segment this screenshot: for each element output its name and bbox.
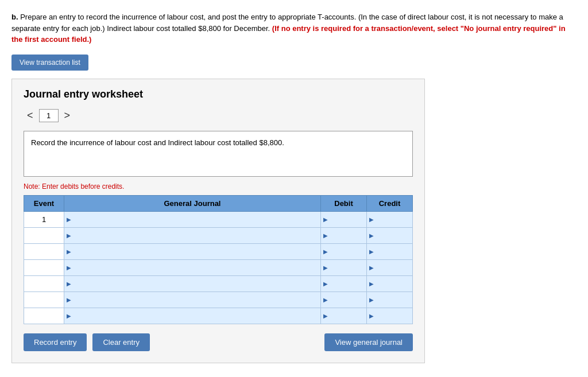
view-general-journal-button[interactable]: View general journal	[324, 333, 413, 351]
gj-cell[interactable]	[64, 259, 321, 275]
debit-cell[interactable]	[321, 243, 367, 259]
debit-cell[interactable]	[321, 275, 367, 292]
description-box: Record the incurrence of labour cost and…	[24, 131, 413, 177]
credit-cell[interactable]	[367, 259, 413, 275]
event-cell	[24, 259, 64, 275]
clear-entry-button[interactable]: Clear entry	[92, 333, 150, 351]
table-row	[24, 308, 413, 324]
record-entry-button[interactable]: Record entry	[24, 333, 87, 351]
credit-cell[interactable]	[367, 275, 413, 292]
debit-cell[interactable]	[321, 292, 367, 308]
note-text: Note: Enter debits before credits.	[24, 182, 413, 191]
instructions-text: b. Prepare an entry to record the incurr…	[11, 11, 574, 45]
gj-cell[interactable]	[64, 227, 321, 243]
header-credit: Credit	[367, 195, 413, 211]
worksheet-title: Journal entry worksheet	[24, 88, 413, 100]
header-general-journal: General Journal	[64, 195, 321, 211]
worksheet-container: Journal entry worksheet < 1 > Record the…	[11, 79, 425, 363]
debit-cell[interactable]	[321, 308, 367, 324]
next-arrow[interactable]: >	[61, 108, 74, 123]
event-cell	[24, 275, 64, 292]
action-buttons-row: Record entry Clear entry View general jo…	[24, 333, 413, 351]
event-cell	[24, 227, 64, 243]
credit-cell[interactable]	[367, 292, 413, 308]
event-cell	[24, 243, 64, 259]
table-row	[24, 292, 413, 308]
table-row	[24, 275, 413, 292]
journal-table: Event General Journal Debit Credit 1	[24, 195, 413, 324]
header-event: Event	[24, 195, 64, 211]
instructions-bold: b.	[11, 13, 18, 21]
gj-cell[interactable]	[64, 275, 321, 292]
credit-cell[interactable]	[367, 243, 413, 259]
view-transaction-list-button[interactable]: View transaction list	[11, 55, 88, 71]
gj-cell[interactable]	[64, 243, 321, 259]
table-row: 1	[24, 211, 413, 227]
event-cell	[24, 292, 64, 308]
header-debit: Debit	[321, 195, 367, 211]
page-number-box: 1	[39, 109, 59, 122]
gj-cell[interactable]	[64, 308, 321, 324]
debit-cell[interactable]	[321, 211, 367, 227]
event-cell: 1	[24, 211, 64, 227]
table-header-row: Event General Journal Debit Credit	[24, 195, 413, 211]
debit-cell[interactable]	[321, 227, 367, 243]
table-row	[24, 259, 413, 275]
table-row	[24, 243, 413, 259]
gj-cell[interactable]	[64, 211, 321, 227]
table-row	[24, 227, 413, 243]
credit-cell[interactable]	[367, 308, 413, 324]
event-cell	[24, 308, 64, 324]
credit-cell[interactable]	[367, 211, 413, 227]
credit-cell[interactable]	[367, 227, 413, 243]
debit-cell[interactable]	[321, 259, 367, 275]
prev-arrow[interactable]: <	[24, 108, 37, 123]
gj-cell[interactable]	[64, 292, 321, 308]
navigation-row: < 1 >	[24, 108, 413, 123]
